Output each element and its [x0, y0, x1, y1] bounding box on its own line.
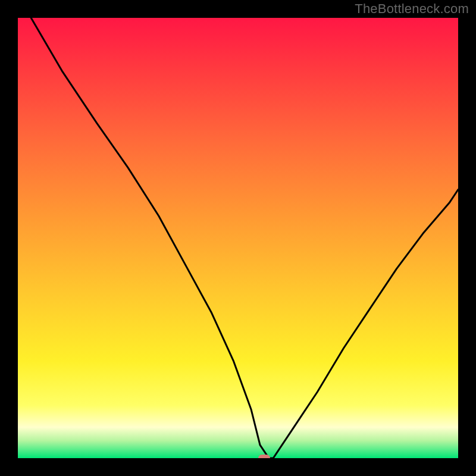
plot-area — [18, 18, 458, 458]
bottleneck-curve — [18, 18, 458, 458]
chart-container: TheBottleneck.com — [0, 0, 476, 476]
optimal-marker — [258, 455, 270, 458]
watermark-text: TheBottleneck.com — [355, 1, 469, 17]
